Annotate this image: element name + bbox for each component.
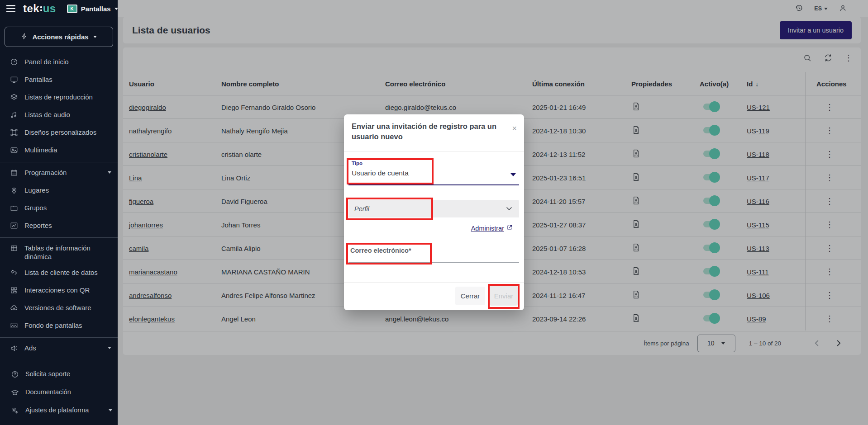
qr-icon — [10, 286, 18, 296]
caret-down-icon — [93, 36, 97, 38]
sidebar-item-listas-de-reproduccion[interactable]: Listas de reproducción — [0, 89, 118, 107]
sidebar-item-solicita-soporte[interactable]: Solicita soporte — [0, 366, 118, 384]
sidebar-item-disenos-personalizados[interactable]: Diseños personalizados — [0, 124, 118, 142]
sidebar-item-ads[interactable]: Ads — [0, 340, 118, 358]
help-icon — [11, 370, 19, 381]
gears-icon — [11, 406, 19, 417]
tipo-value: Usuario de cuenta — [352, 169, 409, 177]
sidebar-item-reportes[interactable]: Reportes — [0, 217, 118, 235]
image-icon — [10, 146, 18, 156]
calendar-icon — [10, 169, 18, 179]
caret-down-icon — [109, 409, 112, 411]
sidebar-item-multimedia[interactable]: Multimedia — [0, 142, 118, 160]
sidebar-footer: Solicita soporteDocumentaciónAjustes de … — [0, 366, 118, 420]
sidebar-item-ajustes-plataforma[interactable]: Ajustes de plataforma — [0, 402, 118, 420]
pin-icon — [10, 186, 18, 196]
sidebar-item-lista-cliente-datos[interactable]: Lista de cliente de datos — [0, 264, 118, 282]
layers-icon — [10, 93, 18, 103]
modal-title: Enviar una invitación de registro para u… — [352, 121, 508, 142]
email-underline — [348, 262, 519, 263]
sidebar-divider — [0, 337, 118, 338]
sidebar-item-listas-de-audio[interactable]: Listas de audio — [0, 107, 118, 124]
wallpaper-icon — [10, 321, 18, 331]
megaphone-icon — [10, 344, 18, 354]
sidebar-item-label: Lista de cliente de datos — [24, 268, 101, 277]
sidebar-item-label: Diseños personalizados — [24, 128, 101, 137]
brand-row: tek us K Pantallas — [0, 0, 118, 17]
sidebar-item-tablas-informacion-dinamica[interactable]: Tablas de información dinámica — [0, 240, 118, 264]
sidebar-item-label: Tablas de información dinámica — [24, 244, 101, 261]
tags-icon — [10, 269, 18, 279]
sidebar-divider — [0, 237, 118, 238]
external-link-icon — [506, 224, 513, 232]
monitor-icon — [10, 76, 18, 85]
sidebar-item-versiones-software[interactable]: Versiones de software — [0, 300, 118, 317]
administrar-link[interactable]: Administrar — [471, 224, 513, 232]
sidebar-item-label: Interacciones con QR — [24, 286, 101, 294]
sidebar-item-documentacion[interactable]: Documentación — [0, 384, 118, 402]
sidebar-item-label: Lugares — [24, 186, 101, 194]
sidebar-item-label: Ajustes de plataforma — [25, 406, 102, 415]
sidebar-item-label: Panel de inicio — [24, 57, 101, 66]
tipo-dropdown-arrow-icon — [510, 173, 516, 176]
close-icon[interactable]: × — [512, 124, 517, 132]
audio-icon — [10, 111, 18, 121]
administrar-label: Administrar — [471, 225, 504, 232]
screens-chip-icon: K — [67, 5, 77, 13]
modal-header-divider — [344, 151, 524, 152]
sidebar-item-label: Reportes — [24, 221, 101, 230]
grad-icon — [11, 388, 19, 399]
sidebar-item-grupos[interactable]: Grupos — [0, 200, 118, 217]
logo-text-tek: tek — [23, 2, 39, 15]
folder-icon — [10, 204, 18, 214]
sidebar-item-label: Documentación — [25, 388, 102, 397]
sidebar-item-label: Listas de reproducción — [24, 93, 101, 101]
sidebar-item-lugares[interactable]: Lugares — [0, 182, 118, 200]
tipo-label: Tipo — [352, 161, 362, 166]
logo-text-us: us — [43, 2, 56, 15]
screens-switcher-label: Pantallas — [81, 5, 111, 13]
modal-footer-divider — [344, 282, 524, 283]
chevron-down-icon — [505, 204, 514, 215]
sidebar-item-label: Multimedia — [24, 146, 101, 154]
sidebar-item-label: Listas de audio — [24, 110, 101, 119]
sidebar-item-programacion[interactable]: Programación — [0, 165, 118, 182]
app-logo: tek us — [23, 2, 56, 15]
sidebar-item-pantallas[interactable]: Pantallas — [0, 71, 118, 89]
quick-actions-button[interactable]: Acciones rápidas — [5, 27, 113, 47]
sidebar-nav: Panel de inicioPantallasListas de reprod… — [0, 54, 118, 358]
frame-icon — [10, 128, 18, 138]
sidebar-item-label: Ads — [24, 344, 101, 352]
sidebar-item-label: Solicita soporte — [25, 370, 102, 378]
chart-icon — [10, 222, 18, 231]
caret-down-icon — [108, 347, 111, 349]
perfil-select[interactable]: Perfil — [348, 200, 519, 217]
sidebar-item-interacciones-qr[interactable]: Interacciones con QR — [0, 282, 118, 300]
menu-icon[interactable] — [6, 5, 15, 12]
cloud-down-icon — [10, 304, 18, 314]
sidebar-item-label: Programación — [24, 168, 101, 177]
logo-dots — [40, 6, 42, 11]
bolt-icon — [21, 33, 28, 41]
tipo-underline — [348, 184, 519, 185]
table-icon — [10, 244, 18, 254]
sidebar-item-label: Grupos — [24, 203, 101, 212]
screens-switcher[interactable]: K Pantallas — [67, 5, 118, 13]
quick-actions-label: Acciones rápidas — [32, 33, 88, 41]
sidebar-divider — [0, 162, 118, 162]
enviar-button[interactable]: Enviar — [490, 286, 518, 306]
perfil-placeholder: Perfil — [354, 205, 369, 212]
caret-down-icon — [108, 171, 111, 174]
sidebar-item-label: Fondo de pantallas — [24, 321, 101, 330]
cerrar-button[interactable]: Cerrar — [455, 287, 485, 305]
sidebar-item-fondo-pantallas[interactable]: Fondo de pantallas — [0, 317, 118, 335]
sidebar-item-panel-de-inicio[interactable]: Panel de inicio — [0, 54, 118, 71]
sidebar-item-label: Pantallas — [24, 75, 101, 84]
sidebar-item-label: Versiones de software — [24, 303, 101, 312]
invite-user-modal: Enviar una invitación de registro para u… — [344, 114, 524, 310]
email-input[interactable] — [348, 250, 519, 262]
sidebar: tek us K Pantallas Acciones rápidas Pane… — [0, 0, 118, 425]
dashboard-icon — [10, 58, 18, 68]
